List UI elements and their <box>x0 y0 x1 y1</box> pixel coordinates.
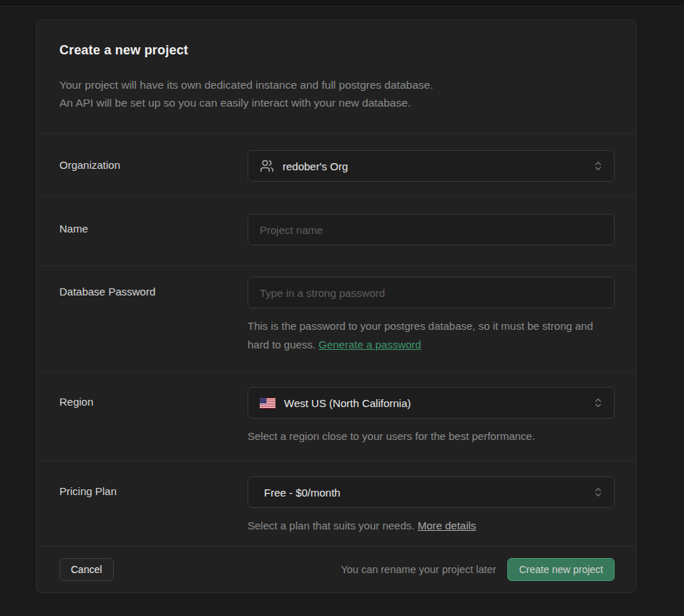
description-line-1: Your project will have its own dedicated… <box>59 76 613 94</box>
us-flag-icon <box>260 398 275 409</box>
create-new-project-button[interactable]: Create new project <box>507 558 615 581</box>
organization-row: Organization redober's Org <box>36 133 636 196</box>
organization-select[interactable]: redober's Org <box>248 150 615 182</box>
project-name-input[interactable] <box>248 214 615 245</box>
description-line-2: An API will be set up so you can easily … <box>59 94 613 112</box>
top-bar <box>0 0 684 6</box>
region-row: Region <box>36 371 636 461</box>
users-icon <box>260 159 274 173</box>
name-label: Name <box>59 214 248 245</box>
database-password-label: Database Password <box>59 277 248 354</box>
dialog-footer: Cancel You can rename your project later… <box>36 546 636 592</box>
region-label: Region <box>59 387 248 446</box>
pricing-plan-helper-text: Select a plan that suits your needs. Mor… <box>248 517 615 535</box>
organization-label: Organization <box>59 150 248 182</box>
chevrons-up-down-icon <box>592 160 604 172</box>
dialog-header: Create a new project Your project will h… <box>36 20 636 133</box>
region-selected-value: West US (North California) <box>284 397 592 409</box>
name-row: Name <box>36 196 636 265</box>
region-helper-text: Select a region close to your users for … <box>248 427 615 446</box>
more-details-link[interactable]: More details <box>418 519 477 532</box>
database-password-input[interactable] <box>248 277 615 308</box>
chevrons-up-down-icon <box>592 487 604 498</box>
organization-selected-value: redober's Org <box>283 160 592 172</box>
database-password-row: Database Password This is the password t… <box>36 265 636 371</box>
generate-password-link[interactable]: Generate a password <box>318 338 421 351</box>
pricing-plan-selected-value: Free - $0/month <box>264 487 592 499</box>
rename-note: You can rename your project later <box>341 564 496 575</box>
region-select[interactable]: West US (North California) <box>248 387 615 419</box>
pricing-plan-select[interactable]: Free - $0/month <box>248 476 615 508</box>
chevrons-up-down-icon <box>592 397 604 409</box>
password-helper-text: This is the password to your postgres da… <box>248 317 615 354</box>
cancel-button[interactable]: Cancel <box>59 558 114 581</box>
create-project-dialog: Create a new project Your project will h… <box>36 19 637 593</box>
dialog-description: Your project will have its own dedicated… <box>59 76 613 112</box>
page-title: Create a new project <box>59 43 613 58</box>
pricing-plan-label: Pricing Plan <box>59 476 248 535</box>
pricing-plan-row: Pricing Plan Free - $0/month Select a pl… <box>36 461 636 546</box>
